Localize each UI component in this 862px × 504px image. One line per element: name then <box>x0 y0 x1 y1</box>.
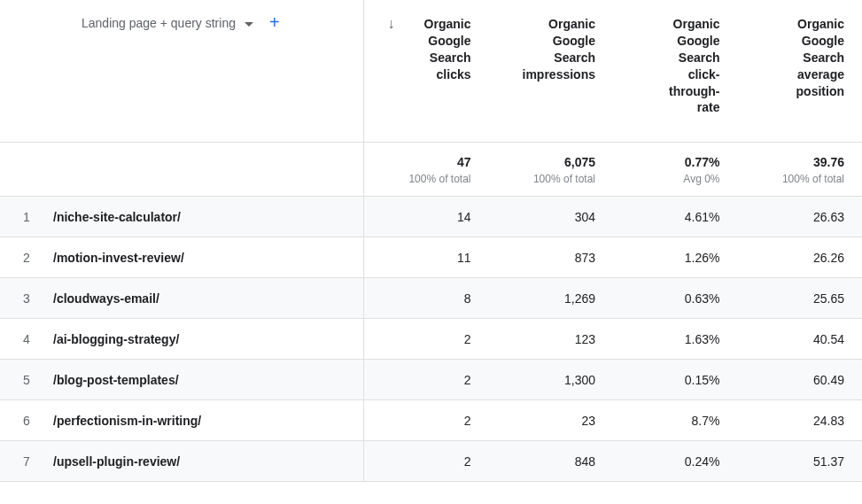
dimension-label: Landing page + query string <box>82 16 236 30</box>
metric-label-text: Organic Google Search click-through-rate <box>649 16 720 116</box>
metric-col-ctr[interactable]: Organic Google Search click-through-rate <box>613 0 738 142</box>
row-index: 6 <box>0 414 53 428</box>
table-row[interactable]: 6/perfectionism-in-writing/2238.7%24.83 <box>0 400 862 441</box>
row-index: 1 <box>0 210 53 224</box>
table-header-row: Landing page + query string + ↓ Organic … <box>0 0 862 143</box>
total-cell-ctr: 0.77% Avg 0% <box>613 143 738 196</box>
metric-cell: 2 <box>364 414 489 428</box>
metric-cell: 1,269 <box>489 291 614 306</box>
row-page-path[interactable]: /upsell-plugin-review/ <box>53 454 363 469</box>
totals-row: 47 100% of total 6,075 100% of total 0.7… <box>0 143 862 197</box>
row-index: 5 <box>0 373 53 387</box>
row-index: 2 <box>0 251 53 265</box>
table-row[interactable]: 1/niche-site-calculator/143044.61%26.63 <box>0 197 862 237</box>
row-metrics: 28480.24%51.37 <box>363 441 862 481</box>
metric-cell: 2 <box>364 332 489 346</box>
metric-label-text: Organic Google Search average position <box>773 16 844 99</box>
metric-cell: 25.65 <box>738 291 863 306</box>
total-cell-position: 39.76 100% of total <box>738 143 863 196</box>
row-index: 3 <box>0 291 53 306</box>
row-metrics: 118731.26%26.26 <box>363 237 862 277</box>
row-page-path[interactable]: /ai-blogging-strategy/ <box>53 332 363 346</box>
row-metrics: 21231.63%40.54 <box>363 319 862 359</box>
metric-label-text: Organic Google Search clicks <box>400 16 471 83</box>
total-cell-impressions: 6,075 100% of total <box>489 143 614 196</box>
row-page-path[interactable]: /cloudways-email/ <box>53 291 363 306</box>
metric-cell: 0.15% <box>613 373 738 387</box>
metric-cell: 1.63% <box>613 332 738 346</box>
metric-cell: 8 <box>364 291 489 306</box>
table-row[interactable]: 4/ai-blogging-strategy/21231.63%40.54 <box>0 319 862 360</box>
table-row[interactable]: 3/cloudways-email/81,2690.63%25.65 <box>0 278 862 319</box>
table-row[interactable]: 5/blog-post-templates/21,3000.15%60.49 <box>0 360 862 400</box>
chevron-down-icon <box>245 22 253 27</box>
total-cell-clicks: 47 100% of total <box>364 143 489 196</box>
sort-descending-icon: ↓ <box>388 17 395 31</box>
metric-cell: 2 <box>364 454 489 469</box>
metric-cell: 26.63 <box>738 210 863 224</box>
metric-cell: 1,300 <box>489 373 614 387</box>
row-metrics: 143044.61%26.63 <box>363 197 862 236</box>
row-page-path[interactable]: /niche-site-calculator/ <box>53 210 363 224</box>
metric-cell: 24.83 <box>738 414 863 428</box>
metric-cell: 51.37 <box>738 454 863 469</box>
metric-cell: 40.54 <box>738 332 863 346</box>
analytics-table: Landing page + query string + ↓ Organic … <box>0 0 862 482</box>
row-index: 4 <box>0 332 53 346</box>
row-metrics: 2238.7%24.83 <box>363 400 862 440</box>
metric-cell: 11 <box>364 251 489 265</box>
metric-cell: 23 <box>489 414 614 428</box>
metric-cell: 304 <box>489 210 614 224</box>
metric-headers: ↓ Organic Google Search clicks Organic G… <box>363 0 862 142</box>
table-row[interactable]: 2/motion-invest-review/118731.26%26.26 <box>0 237 862 278</box>
metric-label-text: Organic Google Search impressions <box>511 16 595 83</box>
row-metrics: 21,3000.15%60.49 <box>363 360 862 399</box>
row-page-path[interactable]: /perfectionism-in-writing/ <box>53 414 363 428</box>
metric-cell: 123 <box>489 332 614 346</box>
metric-col-impressions[interactable]: Organic Google Search impressions <box>489 0 614 142</box>
metric-cell: 0.63% <box>613 291 738 306</box>
metric-cell: 14 <box>364 210 489 224</box>
add-dimension-button[interactable]: + <box>269 16 280 28</box>
metric-cell: 2 <box>364 373 489 387</box>
row-page-path[interactable]: /motion-invest-review/ <box>53 251 363 265</box>
metric-cell: 848 <box>489 454 614 469</box>
table-body: 1/niche-site-calculator/143044.61%26.632… <box>0 197 862 482</box>
metric-col-clicks[interactable]: ↓ Organic Google Search clicks <box>364 0 489 142</box>
metric-cell: 26.26 <box>738 251 863 265</box>
metric-cell: 1.26% <box>613 251 738 265</box>
metric-cell: 60.49 <box>738 373 863 387</box>
metric-cell: 4.61% <box>613 210 738 224</box>
table-row[interactable]: 7/upsell-plugin-review/28480.24%51.37 <box>0 441 862 482</box>
metric-cell: 0.24% <box>613 454 738 469</box>
metric-col-position[interactable]: Organic Google Search average position <box>738 0 863 142</box>
metric-cell: 8.7% <box>613 414 738 428</box>
row-page-path[interactable]: /blog-post-templates/ <box>53 373 363 387</box>
metric-cell: 873 <box>489 251 614 265</box>
row-index: 7 <box>0 454 53 469</box>
row-metrics: 81,2690.63%25.65 <box>363 278 862 318</box>
dimension-header[interactable]: Landing page + query string + <box>0 0 363 142</box>
